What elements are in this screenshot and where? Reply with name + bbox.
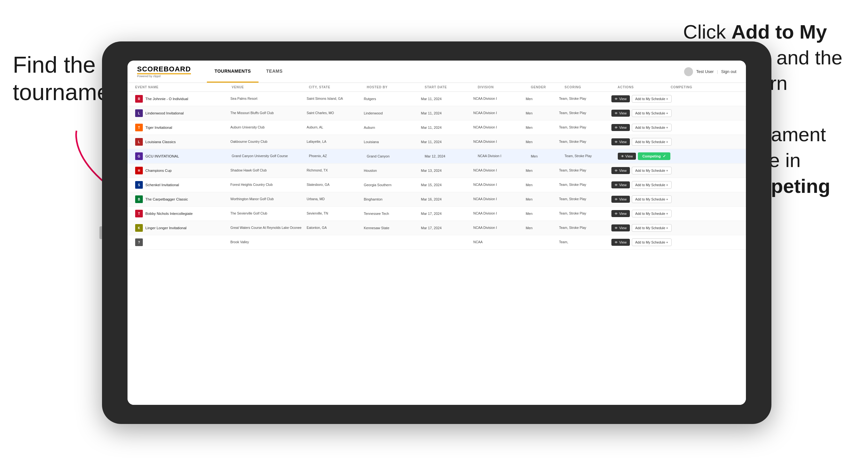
actions-cell: 👁 View Add to My Schedule +	[611, 124, 672, 131]
date-cell: Mar 13, 2024	[421, 168, 473, 173]
event-name: Champions Cup	[145, 168, 172, 173]
hosted-cell: Kennesaw State	[364, 226, 421, 230]
logo-text: SCOREBOARD	[137, 66, 191, 74]
team-logo: ?	[135, 239, 143, 246]
view-button[interactable]: 👁 View	[611, 124, 630, 131]
actions-cell: 👁 View Add to My Schedule +	[611, 138, 672, 146]
gender-cell: Men	[526, 168, 559, 173]
actions-cell: 👁 View Add to My Schedule +	[611, 95, 672, 103]
actions-cell: 👁 View Add to My Schedule +	[611, 224, 672, 232]
date-cell: Mar 12, 2024	[425, 154, 477, 158]
col-competing: COMPETING	[671, 86, 738, 89]
event-name: The Johnnie - O Individual	[145, 97, 188, 101]
date-cell: Mar 11, 2024	[421, 140, 473, 144]
add-schedule-button[interactable]: Add to My Schedule +	[632, 195, 672, 203]
actions-cell: 👁 View Add to My Schedule +	[611, 210, 672, 217]
date-cell: Mar 15, 2024	[421, 183, 473, 187]
logo-subtext: Powered by clippd	[137, 75, 191, 78]
tablet-screen: SCOREBOARD Powered by clippd TOURNAMENTS…	[127, 61, 746, 405]
separator: |	[717, 69, 718, 74]
scoring-cell: Team, Stroke Play	[559, 211, 611, 216]
event-name-cell: R The Johnnie - O Individual	[135, 95, 230, 103]
division-cell: NCAA Division I	[473, 211, 526, 216]
add-schedule-button[interactable]: Add to My Schedule +	[632, 95, 672, 103]
city-cell: Saint Simons Island, GA	[307, 97, 364, 101]
hosted-cell: Binghamton	[364, 197, 421, 201]
event-name-cell: B The Carpetbagger Classic	[135, 195, 230, 203]
view-button[interactable]: 👁 View	[618, 153, 636, 160]
add-schedule-button[interactable]: Add to My Schedule +	[632, 181, 672, 189]
date-cell: Mar 17, 2024	[421, 212, 473, 216]
add-schedule-button[interactable]: Add to My Schedule +	[632, 124, 672, 131]
gender-cell: Men	[526, 111, 559, 115]
top-bar-right: Test User | Sign out	[684, 67, 736, 76]
scoring-cell: Team, Stroke Play	[564, 154, 618, 158]
venue-cell: Great Waters Course At Reynolds Lake Oco…	[230, 226, 307, 230]
avatar	[684, 67, 693, 76]
view-button[interactable]: 👁 View	[611, 181, 630, 188]
add-schedule-button[interactable]: Add to My Schedule +	[632, 210, 672, 217]
view-button[interactable]: 👁 View	[611, 95, 630, 102]
actions-cell: 👁 View Add to My Schedule +	[611, 181, 672, 189]
hosted-cell: Tennessee Tech	[364, 212, 421, 216]
event-name-cell: S Schenkel Invitational	[135, 181, 230, 189]
view-button[interactable]: 👁 View	[611, 138, 630, 145]
view-button[interactable]: 👁 View	[611, 196, 630, 203]
division-cell: NCAA Division I	[473, 111, 526, 115]
view-button[interactable]: 👁 View	[611, 239, 630, 246]
team-logo: H	[135, 167, 143, 175]
city-cell: Sevierville, TN	[307, 211, 364, 216]
event-name: The Carpetbagger Classic	[145, 197, 188, 201]
event-name-cell: H Champions Cup	[135, 167, 230, 175]
add-schedule-button[interactable]: Add to My Schedule +	[632, 167, 672, 175]
actions-cell: 👁 View Add to My Schedule +	[611, 110, 672, 117]
venue-cell: Forest Heights Country Club	[230, 183, 307, 187]
division-cell: NCAA Division I	[473, 168, 526, 173]
top-bar: SCOREBOARD Powered by clippd TOURNAMENTS…	[127, 61, 746, 83]
add-schedule-button[interactable]: Add to My Schedule +	[632, 224, 672, 232]
gender-cell: Men	[526, 126, 559, 129]
table-body: R The Johnnie - O Individual Sea Palms R…	[127, 92, 746, 250]
col-event-name: EVENT NAME	[135, 86, 232, 89]
tab-teams[interactable]: TEAMS	[258, 61, 290, 83]
venue-cell: Grand Canyon University Golf Course	[232, 154, 309, 158]
team-logo: G	[135, 152, 143, 160]
table-row: K Linger Longer Invitational Great Water…	[127, 221, 746, 235]
view-button[interactable]: 👁 View	[611, 110, 630, 117]
city-cell: Statesboro, GA	[307, 183, 364, 187]
division-cell: NCAA Division I	[473, 139, 526, 144]
tab-tournaments[interactable]: TOURNAMENTS	[207, 61, 258, 83]
view-button[interactable]: 👁 View	[611, 167, 630, 174]
hosted-cell: Lindenwood	[364, 111, 421, 115]
venue-cell: Auburn University Club	[230, 125, 307, 130]
nav-tabs: TOURNAMENTS TEAMS	[207, 61, 290, 83]
event-name: Tiger Invitational	[145, 126, 172, 129]
side-tab	[99, 226, 102, 239]
add-schedule-button[interactable]: Add to My Schedule +	[632, 110, 672, 117]
actions-cell: 👁 View Add to My Schedule +	[611, 195, 672, 203]
table-row: H Champions Cup Shadow Hawk Golf Club Ri…	[127, 163, 746, 178]
signout-link[interactable]: Sign out	[721, 69, 736, 74]
view-button[interactable]: 👁 View	[611, 224, 630, 231]
division-cell: NCAA Division I	[473, 125, 526, 130]
venue-cell: The Sevierville Golf Club	[230, 211, 307, 216]
add-schedule-button[interactable]: Add to My Schedule +	[632, 239, 672, 246]
hosted-cell: Georgia Southern	[364, 183, 421, 187]
team-logo: T	[135, 124, 143, 131]
city-cell: Lafayette, LA	[307, 139, 364, 144]
event-name-cell: L Lindenwood Invitational	[135, 110, 230, 117]
scoring-cell: Team, Stroke Play	[559, 139, 611, 144]
competing-button[interactable]: Competing ✓	[638, 152, 670, 160]
event-name-cell: L Louisiana Classics	[135, 138, 230, 146]
table-row: ? Brook Valley NCAA Team, 👁 View Add to …	[127, 235, 746, 250]
hosted-cell: Louisiana	[364, 140, 421, 144]
tablet-frame: SCOREBOARD Powered by clippd TOURNAMENTS…	[102, 41, 771, 424]
scoring-cell: Team,	[559, 240, 611, 245]
scoreboard-logo: SCOREBOARD Powered by clippd	[137, 66, 191, 78]
view-button[interactable]: 👁 View	[611, 210, 630, 217]
date-cell: Mar 11, 2024	[421, 111, 473, 115]
city-cell: Saint Charles, MO	[307, 111, 364, 115]
add-schedule-button[interactable]: Add to My Schedule +	[632, 138, 672, 146]
scoring-cell: Team, Stroke Play	[559, 226, 611, 230]
event-name: Lindenwood Invitational	[145, 111, 184, 115]
